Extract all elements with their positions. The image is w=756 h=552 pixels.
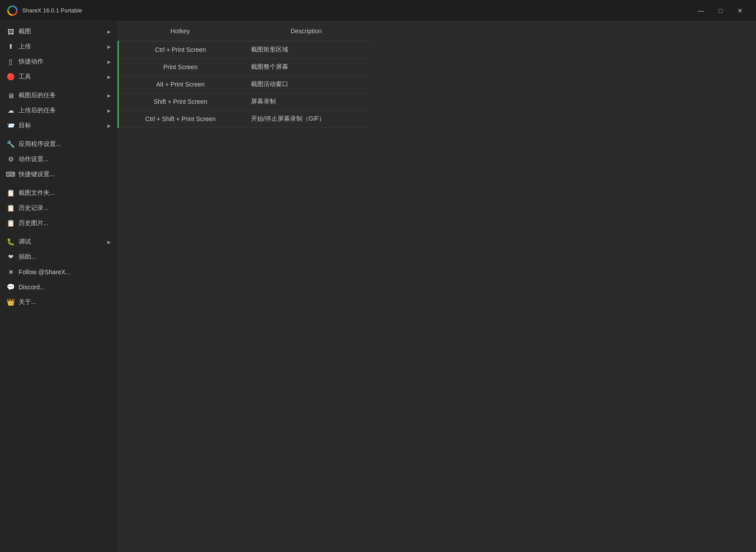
close-button[interactable]: ✕ — [731, 4, 749, 18]
sidebar-item-follow[interactable]: ✕ Follow @ShareX... — [0, 264, 117, 280]
table-row[interactable]: Shift + Print Screen屏幕录制 — [118, 93, 371, 110]
sidebar-item-app-settings[interactable]: 🔧 应用程序设置... — [0, 137, 117, 152]
table-row[interactable]: Ctrl + Shift + Print Screen开始/停止屏幕录制（GIF… — [118, 110, 371, 128]
hotkey-cell: Ctrl + Shift + Print Screen — [118, 110, 242, 128]
hotkey-cell: Alt + Print Screen — [118, 76, 242, 93]
sharex-logo-icon — [7, 5, 18, 16]
app-settings-icon: 🔧 — [6, 140, 15, 149]
window-controls: — □ ✕ — [692, 4, 749, 18]
col-description: Description — [242, 21, 370, 41]
after-upload-icon: ☁ — [6, 106, 15, 115]
hotkey-cell: Ctrl + Print Screen — [118, 41, 242, 59]
sidebar-item-after-upload[interactable]: ☁ 上传后的任务 ▶ — [0, 103, 117, 118]
sidebar-item-screenshot-folder[interactable]: 📋 截图文件夹... — [0, 185, 117, 201]
sidebar-item-action-settings[interactable]: ⚙ 动作设置... — [0, 152, 117, 167]
history-icon: 📋 — [6, 204, 15, 213]
sidebar-item-tools[interactable]: 🔴 工具 ▶ — [0, 69, 117, 84]
table-row[interactable]: Alt + Print Screen截图活动窗口 — [118, 76, 371, 93]
target-icon: 📨 — [6, 121, 15, 130]
sidebar-label-debug: 调试 — [19, 238, 104, 246]
sidebar-item-history[interactable]: 📋 历史记录... — [0, 201, 117, 216]
screenshot-icon: 🖼 — [6, 27, 15, 36]
arrow-icon-debug: ▶ — [107, 240, 111, 244]
sidebar-label-about: 关于... — [19, 298, 111, 306]
arrow-icon-tools: ▶ — [107, 75, 111, 79]
follow-icon: ✕ — [6, 268, 15, 276]
hotkey-table: Hotkey Description Ctrl + Print Screen截图… — [118, 21, 370, 128]
sidebar-item-quickactions[interactable]: ⣿ 快捷动作 ▶ — [0, 54, 117, 69]
sidebar-label-app-settings: 应用程序设置... — [19, 140, 111, 148]
sidebar-label-tools: 工具 — [19, 73, 104, 81]
sidebar-label-after-upload: 上传后的任务 — [19, 106, 104, 114]
sidebar-label-screenshot: 截图 — [19, 28, 104, 35]
separator-4 — [0, 231, 117, 234]
sidebar-label-history: 历史记录... — [19, 204, 111, 212]
sidebar-label-history-images: 历史图片... — [19, 219, 111, 227]
action-settings-icon: ⚙ — [6, 155, 15, 164]
after-screenshot-icon: 🖥 — [6, 91, 15, 100]
sidebar-item-after-screenshot[interactable]: 🖥 截图后的任务 ▶ — [0, 88, 117, 103]
table-row[interactable]: Ctrl + Print Screen截图矩形区域 — [118, 41, 371, 59]
title-bar-left: ShareX 16.0.1 Portable — [7, 5, 82, 16]
separator-1 — [0, 84, 117, 88]
sidebar-item-target[interactable]: 📨 目标 ▶ — [0, 118, 117, 133]
tools-icon: 🔴 — [6, 72, 15, 81]
arrow-icon-screenshot: ▶ — [107, 29, 111, 34]
maximize-button[interactable]: □ — [712, 4, 729, 18]
description-cell: 屏幕录制 — [242, 93, 370, 110]
sidebar-label-upload: 上传 — [19, 43, 104, 51]
sidebar-item-about[interactable]: 👑 关于... — [0, 295, 117, 310]
arrow-icon-target: ▶ — [107, 123, 111, 128]
arrow-icon-quickactions: ▶ — [107, 59, 111, 64]
col-hotkey: Hotkey — [118, 21, 242, 41]
description-cell: 截图整个屏幕 — [242, 59, 370, 76]
sidebar-label-quickactions: 快捷动作 — [19, 58, 104, 66]
separator-3 — [0, 182, 117, 185]
sidebar-label-screenshot-folder: 截图文件夹... — [19, 189, 111, 197]
about-icon: 👑 — [6, 298, 15, 307]
description-cell: 截图活动窗口 — [242, 76, 370, 93]
sidebar-label-donate: 捐助... — [19, 253, 111, 261]
hotkey-cell: Print Screen — [118, 59, 242, 76]
title-bar: ShareX 16.0.1 Portable — □ ✕ — [0, 0, 756, 21]
screenshot-folder-icon: 📋 — [6, 189, 15, 197]
description-cell: 截图矩形区域 — [242, 41, 370, 59]
sidebar-label-discord: Discord... — [19, 284, 111, 291]
history-images-icon: 📋 — [6, 219, 15, 228]
arrow-icon-after-upload: ▶ — [107, 108, 111, 113]
arrow-icon-upload: ▶ — [107, 44, 111, 49]
donate-icon: ❤ — [6, 252, 15, 261]
minimize-button[interactable]: — — [692, 4, 710, 18]
sidebar: 🖼 截图 ▶ ⬆ 上传 ▶ ⣿ 快捷动作 ▶ 🔴 工具 ▶ 🖥 截图后的任务 ▶… — [0, 21, 118, 552]
sidebar-label-target: 目标 — [19, 122, 104, 130]
quickactions-icon: ⣿ — [6, 57, 15, 66]
sidebar-label-action-settings: 动作设置... — [19, 155, 111, 163]
sidebar-item-upload[interactable]: ⬆ 上传 ▶ — [0, 39, 117, 54]
sidebar-item-discord[interactable]: 💬 Discord... — [0, 280, 117, 295]
upload-icon: ⬆ — [6, 42, 15, 51]
sidebar-item-donate[interactable]: ❤ 捐助... — [0, 249, 117, 264]
separator-2 — [0, 133, 117, 137]
sidebar-item-hotkey-settings[interactable]: ⌨ 快捷键设置... — [0, 167, 117, 182]
arrow-icon-after-screenshot: ▶ — [107, 93, 111, 98]
app-title: ShareX 16.0.1 Portable — [22, 7, 82, 14]
sidebar-label-follow: Follow @ShareX... — [19, 268, 111, 276]
debug-icon: 🐛 — [6, 237, 15, 246]
content-area: Hotkey Description Ctrl + Print Screen截图… — [118, 21, 756, 552]
sidebar-label-hotkey-settings: 快捷键设置... — [19, 170, 111, 178]
sidebar-item-screenshot[interactable]: 🖼 截图 ▶ — [0, 24, 117, 39]
description-cell: 开始/停止屏幕录制（GIF） — [242, 110, 370, 128]
sidebar-item-debug[interactable]: 🐛 调试 ▶ — [0, 234, 117, 249]
table-row[interactable]: Print Screen截图整个屏幕 — [118, 59, 371, 76]
main-container: 🖼 截图 ▶ ⬆ 上传 ▶ ⣿ 快捷动作 ▶ 🔴 工具 ▶ 🖥 截图后的任务 ▶… — [0, 21, 756, 552]
hotkey-settings-icon: ⌨ — [6, 170, 15, 179]
sidebar-label-after-screenshot: 截图后的任务 — [19, 91, 104, 99]
sidebar-item-history-images[interactable]: 📋 历史图片... — [0, 216, 117, 231]
discord-icon: 💬 — [6, 283, 15, 292]
hotkey-cell: Shift + Print Screen — [118, 93, 242, 110]
